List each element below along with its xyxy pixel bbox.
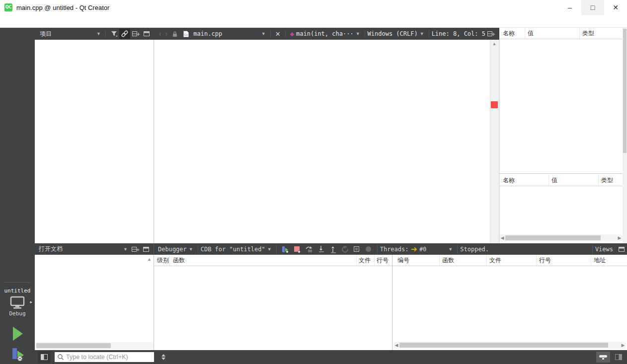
debugger-status: Stopped. bbox=[460, 246, 489, 253]
chevron-down-icon: ▼ bbox=[96, 31, 101, 36]
views-dropdown[interactable]: Views bbox=[595, 246, 613, 253]
breakpoints-pane: 编号 函数 文件 行号 地址 ◀ ▶ bbox=[392, 255, 627, 350]
window-title: main.cpp @ untitled - Qt Creator bbox=[16, 4, 109, 11]
split-editor-icon[interactable] bbox=[485, 29, 496, 39]
kit-expand-arrow-icon: ▸ bbox=[30, 299, 32, 304]
chevron-down-icon: ▼ bbox=[123, 247, 128, 252]
column-header[interactable]: 行号 bbox=[537, 255, 591, 266]
locals-header: 名称 值 类型 bbox=[499, 28, 623, 39]
column-header[interactable]: 名称 bbox=[499, 28, 525, 39]
close-pane-icon[interactable] bbox=[141, 244, 152, 254]
debugger-toolbar: 打开文档 ▼ Debugger ▼ CDB for "untitled" ▼ bbox=[35, 243, 627, 255]
column-header[interactable]: 类型 bbox=[580, 28, 623, 39]
column-header[interactable]: 级别 bbox=[154, 255, 170, 266]
project-tree bbox=[35, 40, 154, 243]
breakpoint-scroll-marker bbox=[491, 101, 498, 108]
maximize-button[interactable]: □ bbox=[581, 0, 604, 15]
project-pane-title[interactable]: 项目 bbox=[40, 30, 52, 38]
split-pane-icon[interactable] bbox=[130, 244, 141, 254]
go-forward-icon[interactable]: › bbox=[165, 30, 168, 38]
column-header[interactable]: 函数 bbox=[440, 255, 487, 266]
column-header[interactable]: 函数 bbox=[170, 255, 357, 266]
column-header[interactable]: 名称 bbox=[499, 175, 549, 186]
lock-icon bbox=[169, 29, 180, 39]
kit-target-icon[interactable]: ▸ bbox=[0, 296, 35, 309]
step-out-icon[interactable] bbox=[327, 244, 339, 254]
close-pane-icon[interactable] bbox=[141, 29, 152, 39]
watch-pane: 名称 值 类型 ◀ ▶ bbox=[499, 174, 623, 243]
open-docs-hscrollbar[interactable] bbox=[35, 342, 153, 349]
breakpoints-hscrollbar[interactable]: ◀ ▶ bbox=[393, 342, 626, 349]
cpp-file-icon: C+ bbox=[180, 29, 191, 39]
close-pane-icon[interactable] bbox=[616, 244, 627, 254]
toggle-right-sidebar-icon[interactable] bbox=[613, 352, 624, 362]
build-progress-button[interactable] bbox=[596, 352, 610, 363]
column-header[interactable]: 行号 bbox=[375, 255, 392, 266]
scroll-right-icon[interactable]: ▶ bbox=[617, 235, 623, 240]
column-header[interactable]: 文件 bbox=[487, 255, 537, 266]
qt-creator-logo-icon: QC bbox=[4, 3, 12, 11]
toggle-left-sidebar-icon[interactable] bbox=[38, 351, 51, 363]
close-button[interactable]: ✕ bbox=[604, 0, 627, 15]
breakpoints-header: 编号 函数 文件 行号 地址 bbox=[392, 255, 627, 266]
column-header[interactable]: 文件 bbox=[357, 255, 375, 266]
code-editor[interactable] bbox=[154, 40, 499, 243]
open-memory-view-icon[interactable] bbox=[351, 244, 363, 254]
project-pane-header: 项目 ▼ bbox=[35, 28, 154, 40]
column-header[interactable]: 编号 bbox=[392, 255, 440, 266]
stop-debug-icon[interactable] bbox=[291, 244, 303, 254]
chevron-down-icon: ▼ bbox=[261, 31, 266, 36]
locals-pane: 名称 值 类型 bbox=[499, 28, 623, 174]
watch-header: 名称 值 类型 bbox=[499, 175, 623, 186]
close-document-icon[interactable]: ✕ bbox=[273, 30, 283, 38]
locator-input[interactable] bbox=[65, 353, 154, 361]
column-header[interactable]: 值 bbox=[549, 175, 599, 186]
minimize-button[interactable]: – bbox=[558, 0, 581, 15]
debugger-engine-dropdown[interactable]: CDB for "untitled" bbox=[201, 246, 265, 253]
output-panes-arrows-icon[interactable] bbox=[158, 352, 169, 362]
qt-creator-window: QC main.cpp @ untitled - Qt Creator – □ … bbox=[0, 0, 627, 364]
stack-pane: 级别 函数 文件 行号 bbox=[154, 255, 392, 350]
restart-debug-icon bbox=[339, 244, 351, 254]
chevron-down-icon: ▼ bbox=[267, 247, 272, 252]
filter-icon[interactable] bbox=[108, 29, 119, 39]
thread-dropdown[interactable]: #0 bbox=[419, 246, 426, 253]
kit-selector[interactable]: untitled ▸ Debug bbox=[0, 282, 35, 364]
column-header[interactable]: 值 bbox=[525, 28, 580, 39]
column-header[interactable]: 地址 bbox=[591, 255, 627, 266]
scroll-up-icon[interactable]: ▲ bbox=[147, 257, 152, 262]
link-with-editor-icon[interactable] bbox=[119, 29, 130, 39]
menu-bar bbox=[0, 15, 627, 28]
continue-debug-icon[interactable] bbox=[279, 244, 291, 254]
line-ending-dropdown[interactable]: Windows (CRLF) bbox=[368, 30, 418, 37]
open-documents-dropdown[interactable]: 打开文档 bbox=[39, 245, 63, 253]
debugger-perspective-dropdown[interactable]: Debugger bbox=[158, 246, 187, 253]
split-pane-icon[interactable] bbox=[130, 29, 141, 39]
record-state-icon bbox=[363, 244, 375, 254]
editor-scrollbar[interactable]: ▲ bbox=[490, 40, 498, 243]
scrollbar-thumb[interactable] bbox=[505, 235, 601, 240]
symbol-diamond-icon: ◆ bbox=[290, 31, 294, 37]
search-icon bbox=[57, 354, 64, 361]
kit-build-config: Debug bbox=[0, 310, 35, 317]
scroll-up-icon[interactable]: ▲ bbox=[490, 41, 498, 46]
open-file-dropdown[interactable]: main.cpp bbox=[193, 30, 222, 37]
symbol-dropdown[interactable]: main(int, cha··· bbox=[296, 30, 354, 37]
column-header[interactable]: 类型 bbox=[599, 175, 623, 186]
step-over-icon[interactable] bbox=[303, 244, 315, 254]
chevron-down-icon: ▼ bbox=[189, 247, 193, 252]
svg-text:C+: C+ bbox=[184, 33, 188, 36]
watch-hscrollbar[interactable]: ◀ ▶ bbox=[499, 234, 623, 241]
debug-run-button[interactable] bbox=[0, 346, 35, 363]
kit-project-name: untitled bbox=[0, 288, 35, 294]
right-pane-vscrollbar[interactable] bbox=[623, 28, 627, 243]
scroll-right-icon[interactable]: ▶ bbox=[620, 343, 626, 348]
chevron-down-icon: ▼ bbox=[356, 31, 360, 36]
step-into-icon[interactable] bbox=[315, 244, 327, 254]
go-back-icon[interactable]: ‹ bbox=[159, 30, 161, 38]
run-button[interactable] bbox=[0, 325, 35, 343]
editor-toolbar: ‹ › C+ main.cpp ▼ ✕ ◆ main(int, cha··· ▼… bbox=[154, 28, 499, 40]
scroll-left-icon[interactable]: ◀ bbox=[393, 343, 399, 348]
divider bbox=[4, 282, 31, 283]
scroll-left-icon[interactable]: ◀ bbox=[499, 235, 505, 240]
